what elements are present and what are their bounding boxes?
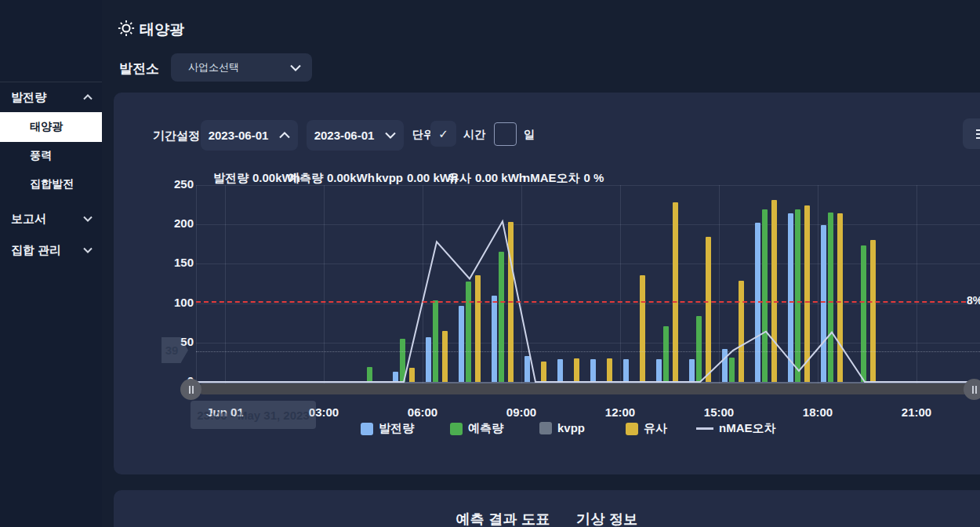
legend-swatch-yellow <box>626 423 638 435</box>
legend-item-kvpp[interactable]: kvpp <box>539 421 585 434</box>
legend-swatch-green <box>450 423 463 435</box>
date-from-value: 2023-06-01 <box>209 129 269 142</box>
slider-tooltip: 23:00 - May 31, 2023 <box>191 401 316 429</box>
page-title: 태양광 <box>140 20 184 40</box>
unit-hour-checkbox[interactable]: ✓ <box>430 121 456 147</box>
bottom-title-weather-info[interactable]: 기상 정보 <box>576 511 638 527</box>
sidebar-item-label: 태양광 <box>30 120 63 134</box>
chart-scrollbar-left-handle[interactable] <box>180 379 201 400</box>
sidebar-item-solar[interactable]: 태양광 <box>0 112 102 142</box>
legend-swatch-gray <box>539 422 552 434</box>
sidebar: 발전량 태양광 풍력 집합발전 보고서 집합 관리 <box>0 0 102 527</box>
chevron-down-icon <box>83 216 93 222</box>
sidebar-item-label: 풍력 <box>30 149 52 163</box>
sidebar-item-label: 보고서 <box>11 212 46 227</box>
plant-select-dropdown[interactable]: 사업소선택 <box>171 53 312 82</box>
plant-select-value: 사업소선택 <box>188 60 239 75</box>
sidebar-item-wind[interactable]: 풍력 <box>0 142 102 170</box>
plant-label: 발전소 <box>119 60 159 78</box>
sidebar-item-aggregate-gen[interactable]: 집합발전 <box>0 170 102 198</box>
reference-line-100 <box>196 301 966 303</box>
sun-icon <box>118 20 135 37</box>
chart-scrollbar-right-handle[interactable] <box>964 379 980 400</box>
legend-item-similar[interactable]: 유사 <box>626 421 667 436</box>
legend-line-swatch <box>696 427 713 430</box>
date-from-picker[interactable]: 2023-06-01 <box>201 120 298 151</box>
date-to-picker[interactable]: 2023-06-01 <box>307 120 404 151</box>
legend-item-generation[interactable]: 발전량 <box>361 421 414 436</box>
sidebar-item-label: 발전량 <box>11 90 46 105</box>
bottom-panel-title: 예측 결과 도표 기상 정보 <box>114 510 980 527</box>
unit-hour-label: 시간 <box>463 128 485 142</box>
sidebar-item-label: 집합발전 <box>30 177 74 191</box>
sidebar-item-report[interactable]: 보고서 <box>0 204 102 234</box>
sidebar-item-label: 집합 관리 <box>11 243 61 258</box>
threshold-dotted-line <box>196 351 980 352</box>
reference-line-label: 8% <box>967 294 980 307</box>
stat-forecast: 예측량0.00kWh <box>288 171 375 186</box>
chevron-up-icon <box>83 94 93 100</box>
stat-similar: 유사0.00 kWh <box>448 171 526 186</box>
unit-day-checkbox[interactable] <box>494 122 517 146</box>
sidebar-item-generation[interactable]: 발전량 <box>0 82 102 112</box>
unit-day-label: 일 <box>524 128 535 142</box>
legend-item-forecast[interactable]: 예측량 <box>450 421 503 436</box>
bottom-title-forecast-table[interactable]: 예측 결과 도표 <box>456 511 550 527</box>
chevron-down-icon <box>385 132 396 139</box>
chevron-down-icon <box>290 64 301 71</box>
chevron-up-icon <box>279 132 290 139</box>
period-label: 기간설정 <box>153 129 200 144</box>
stat-nmae-error: nMAE오차0 % <box>523 171 604 186</box>
hamburger-icon <box>976 129 980 131</box>
date-to-value: 2023-06-01 <box>314 129 375 142</box>
chevron-down-icon <box>83 247 93 253</box>
legend-item-nmae[interactable]: nMAE오차 <box>696 421 776 436</box>
stat-kvpp: kvpp0.00 kWh <box>376 171 458 184</box>
sidebar-item-aggregate-mgmt[interactable]: 집합 관리 <box>0 235 102 265</box>
chart-scrollbar-track[interactable] <box>198 383 980 394</box>
check-icon: ✓ <box>438 127 448 141</box>
hamburger-menu-button[interactable] <box>963 118 980 149</box>
legend-swatch-blue <box>361 423 373 435</box>
